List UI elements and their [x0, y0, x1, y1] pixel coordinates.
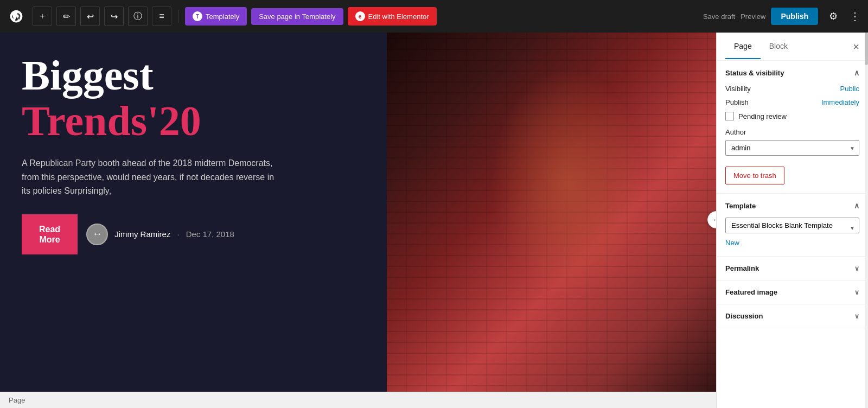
hero-image-bg: [387, 33, 716, 392]
new-template-link[interactable]: New: [725, 239, 739, 247]
featured-image-chevron-icon: ∨: [854, 289, 859, 296]
undo-icon: ↩: [87, 11, 94, 22]
hero-left-content: Biggest Trends '20 A Republican Party bo…: [0, 33, 387, 392]
hero-quote: '20: [147, 97, 201, 145]
templately-icon: T: [193, 11, 202, 21]
pending-review-row: Pending review: [725, 112, 859, 120]
permalink-chevron-icon: ∨: [854, 265, 859, 272]
publish-value[interactable]: Immediately: [821, 98, 859, 106]
hero-title-biggest: Biggest: [22, 54, 365, 97]
canvas-area: Biggest Trends '20 A Republican Party bo…: [0, 33, 716, 408]
wp-logo-icon[interactable]: [7, 7, 26, 26]
redo-icon: ↪: [111, 11, 118, 22]
info-icon: ⓘ: [133, 11, 142, 22]
toolbar: + ✏ ↩ ↪ ⓘ ≡ T Templately Save page in Te…: [0, 0, 868, 33]
pending-review-label: Pending review: [738, 112, 787, 120]
status-visibility-content: Visibility Public Publish Immediately Pe…: [717, 85, 868, 193]
close-icon: ×: [853, 41, 859, 53]
publish-button[interactable]: Publish: [771, 8, 818, 25]
pen-tool-button[interactable]: ✏: [56, 7, 76, 26]
author-dot: ·: [177, 229, 179, 239]
read-more-button[interactable]: ReadMore: [22, 214, 78, 254]
template-section: Template ∧ Essential Blocks Blank Templa…: [717, 194, 868, 257]
template-select-wrapper: Essential Blocks Blank Template Default …: [725, 218, 859, 238]
collapse-icon: ∧: [854, 68, 859, 77]
add-block-button[interactable]: +: [33, 7, 52, 26]
author-label-area: Author: [725, 127, 859, 137]
save-draft-button[interactable]: Save draft: [703, 12, 735, 21]
permalink-section: Permalink ∨: [717, 257, 868, 280]
permalink-title: Permalink: [725, 264, 759, 272]
more-icon: ⋮: [850, 10, 860, 23]
elementor-icon: e: [355, 11, 365, 21]
hero-title-trends: Trends: [22, 100, 147, 142]
sidebar-scroll-thumb[interactable]: [865, 33, 868, 65]
featured-image-section: Featured image ∨: [717, 280, 868, 304]
pen-icon: ✏: [63, 11, 70, 22]
bottom-bar: Page: [0, 392, 716, 408]
sidebar-tabs: Page Block: [725, 34, 796, 59]
sidebar-scroll-indicator: [865, 33, 868, 408]
author-select[interactable]: admin: [725, 140, 859, 156]
permalink-header[interactable]: Permalink ∨: [717, 257, 868, 280]
discussion-chevron-icon: ∨: [854, 313, 859, 320]
sidebar: Page Block × Status & visibility ∧ Visib…: [716, 33, 868, 408]
template-select[interactable]: Essential Blocks Blank Template Default …: [725, 218, 859, 233]
toolbar-right-actions: Save draft Preview Publish ⚙ ⋮: [703, 7, 861, 26]
templately-button[interactable]: T Templately: [185, 7, 247, 25]
woman-highlight: [387, 33, 716, 392]
status-visibility-title: Status & visibility: [725, 69, 784, 77]
page-label: Page: [9, 396, 25, 404]
info-button[interactable]: ⓘ: [128, 7, 148, 26]
template-collapse-icon: ∧: [854, 201, 859, 210]
more-options-button[interactable]: ⋮: [848, 7, 861, 26]
read-more-label: ReadMore: [39, 225, 60, 244]
gear-icon: ⚙: [829, 10, 838, 22]
template-title: Template: [725, 202, 756, 210]
status-visibility-section: Status & visibility ∧ Visibility Public …: [717, 61, 868, 194]
elementor-label: Edit with Elementor: [368, 12, 429, 21]
move-trash-area: Move to trash: [725, 162, 859, 184]
redo-button[interactable]: ↪: [104, 7, 124, 26]
preview-button[interactable]: Preview: [741, 12, 765, 21]
hero-block[interactable]: Biggest Trends '20 A Republican Party bo…: [0, 33, 716, 392]
hero-title-area: Biggest Trends '20: [22, 54, 365, 145]
pending-review-checkbox[interactable]: [725, 112, 734, 120]
tab-page[interactable]: Page: [725, 34, 761, 59]
add-icon: +: [40, 11, 44, 21]
templately-label: Templately: [206, 12, 239, 21]
canvas-scroll[interactable]: Biggest Trends '20 A Republican Party bo…: [0, 33, 716, 392]
publish-row: Publish Immediately: [725, 98, 859, 106]
visibility-row: Visibility Public: [725, 85, 859, 93]
sidebar-close-button[interactable]: ×: [853, 41, 859, 52]
publish-label: Publish: [725, 98, 749, 106]
template-content: Essential Blocks Blank Template Default …: [717, 218, 868, 256]
author-section: ↔ Jimmy Ramirez · Dec 17, 2018: [86, 224, 234, 245]
discussion-title: Discussion: [725, 312, 763, 320]
toolbar-divider: [178, 10, 178, 23]
move-to-trash-button[interactable]: Move to trash: [725, 167, 784, 184]
visibility-label: Visibility: [725, 85, 751, 93]
template-header[interactable]: Template ∧: [717, 194, 868, 218]
hero-image-area: [387, 33, 716, 392]
author-label: Author: [725, 128, 746, 136]
list-icon: ≡: [159, 11, 164, 21]
discussion-section: Discussion ∨: [717, 304, 868, 328]
settings-button[interactable]: ⚙: [824, 7, 843, 26]
avatar: ↔: [86, 224, 108, 245]
discussion-header[interactable]: Discussion ∨: [717, 304, 868, 328]
hero-actions: ReadMore ↔ Jimmy Ramirez · Dec 17, 2018: [22, 214, 365, 254]
save-templately-button[interactable]: Save page in Templately: [251, 8, 343, 25]
visibility-value[interactable]: Public: [840, 85, 859, 93]
tab-block[interactable]: Block: [761, 34, 796, 59]
sidebar-header: Page Block ×: [717, 33, 868, 61]
featured-image-title: Featured image: [725, 288, 777, 296]
avatar-icon: ↔: [92, 228, 102, 240]
status-visibility-header[interactable]: Status & visibility ∧: [717, 61, 868, 85]
list-view-button[interactable]: ≡: [152, 7, 171, 26]
main-layout: Biggest Trends '20 A Republican Party bo…: [0, 33, 868, 408]
author-select-wrapper: admin: [725, 140, 859, 156]
featured-image-header[interactable]: Featured image ∨: [717, 280, 868, 304]
edit-elementor-button[interactable]: e Edit with Elementor: [348, 7, 437, 25]
undo-button[interactable]: ↩: [80, 7, 100, 26]
